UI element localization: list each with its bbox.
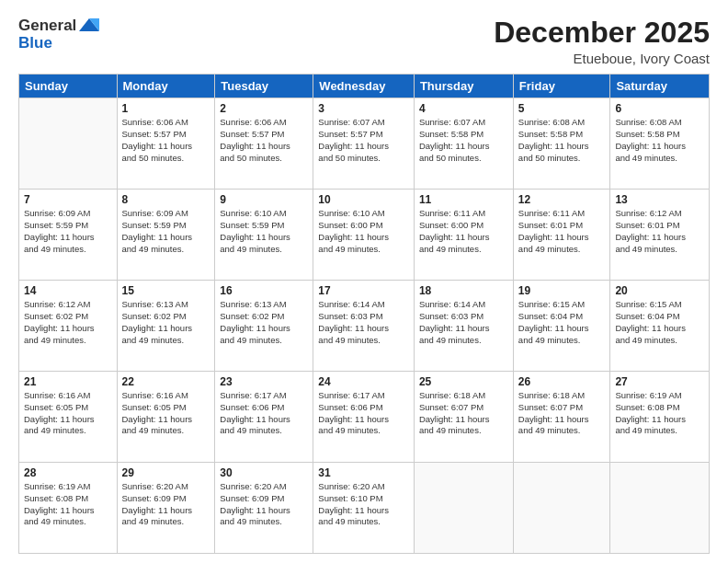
calendar-cell: 28Sunrise: 6:19 AM Sunset: 6:08 PM Dayli…: [19, 463, 118, 554]
calendar-cell: 8Sunrise: 6:09 AM Sunset: 5:59 PM Daylig…: [117, 190, 215, 281]
day-number: 23: [220, 375, 308, 388]
day-info: Sunrise: 6:09 AM Sunset: 5:59 PM Dayligh…: [24, 208, 112, 255]
calendar-cell: [610, 463, 710, 554]
calendar-cell: 30Sunrise: 6:20 AM Sunset: 6:09 PM Dayli…: [215, 463, 313, 554]
day-info: Sunrise: 6:19 AM Sunset: 6:08 PM Dayligh…: [24, 481, 112, 528]
calendar-day-header: Thursday: [414, 75, 513, 98]
calendar-cell: 16Sunrise: 6:13 AM Sunset: 6:02 PM Dayli…: [215, 281, 313, 372]
calendar-day-header: Sunday: [19, 75, 118, 98]
calendar-cell: 11Sunrise: 6:11 AM Sunset: 6:00 PM Dayli…: [414, 190, 513, 281]
day-info: Sunrise: 6:20 AM Sunset: 6:09 PM Dayligh…: [122, 481, 210, 528]
calendar-week-row: 28Sunrise: 6:19 AM Sunset: 6:08 PM Dayli…: [19, 463, 710, 554]
logo-icon: [79, 15, 99, 35]
page: General Blue December 2025 Etueboue, Ivo…: [0, 0, 728, 563]
calendar-cell: 31Sunrise: 6:20 AM Sunset: 6:10 PM Dayli…: [313, 463, 415, 554]
day-info: Sunrise: 6:17 AM Sunset: 6:06 PM Dayligh…: [318, 390, 409, 437]
month-title: December 2025: [494, 17, 710, 49]
day-info: Sunrise: 6:19 AM Sunset: 6:08 PM Dayligh…: [615, 390, 704, 437]
calendar-cell: 1Sunrise: 6:06 AM Sunset: 5:57 PM Daylig…: [117, 98, 215, 190]
calendar-cell: 7Sunrise: 6:09 AM Sunset: 5:59 PM Daylig…: [19, 190, 118, 281]
day-number: 12: [518, 193, 606, 206]
day-number: 2: [220, 102, 308, 115]
day-info: Sunrise: 6:15 AM Sunset: 6:04 PM Dayligh…: [518, 299, 606, 346]
day-info: Sunrise: 6:15 AM Sunset: 6:04 PM Dayligh…: [615, 299, 704, 346]
day-info: Sunrise: 6:06 AM Sunset: 5:57 PM Dayligh…: [122, 117, 210, 164]
day-number: 15: [122, 284, 210, 297]
calendar-cell: 9Sunrise: 6:10 AM Sunset: 5:59 PM Daylig…: [215, 190, 313, 281]
calendar-cell: 22Sunrise: 6:16 AM Sunset: 6:05 PM Dayli…: [117, 372, 215, 463]
day-info: Sunrise: 6:17 AM Sunset: 6:06 PM Dayligh…: [220, 390, 308, 437]
day-info: Sunrise: 6:14 AM Sunset: 6:03 PM Dayligh…: [419, 299, 508, 346]
calendar-cell: 17Sunrise: 6:14 AM Sunset: 6:03 PM Dayli…: [313, 281, 415, 372]
day-number: 8: [122, 193, 210, 206]
day-info: Sunrise: 6:12 AM Sunset: 6:02 PM Dayligh…: [24, 299, 112, 346]
day-number: 9: [220, 193, 308, 206]
logo-text: General Blue: [18, 17, 99, 52]
calendar-cell: 3Sunrise: 6:07 AM Sunset: 5:57 PM Daylig…: [313, 98, 415, 190]
day-number: 29: [122, 466, 210, 479]
day-number: 24: [318, 375, 409, 388]
day-number: 17: [318, 284, 409, 297]
logo: General Blue: [18, 17, 99, 52]
calendar-cell: 10Sunrise: 6:10 AM Sunset: 6:00 PM Dayli…: [313, 190, 415, 281]
calendar-cell: 2Sunrise: 6:06 AM Sunset: 5:57 PM Daylig…: [215, 98, 313, 190]
day-info: Sunrise: 6:09 AM Sunset: 5:59 PM Dayligh…: [122, 208, 210, 255]
calendar-week-row: 7Sunrise: 6:09 AM Sunset: 5:59 PM Daylig…: [19, 190, 710, 281]
calendar-cell: 25Sunrise: 6:18 AM Sunset: 6:07 PM Dayli…: [414, 372, 513, 463]
calendar-day-header: Wednesday: [313, 75, 415, 98]
day-number: 10: [318, 193, 409, 206]
logo-blue: Blue: [18, 35, 99, 52]
calendar-day-header: Friday: [513, 75, 610, 98]
day-info: Sunrise: 6:06 AM Sunset: 5:57 PM Dayligh…: [220, 117, 308, 164]
calendar-cell: 12Sunrise: 6:11 AM Sunset: 6:01 PM Dayli…: [513, 190, 610, 281]
logo-general: General: [18, 17, 76, 35]
day-number: 31: [318, 466, 409, 479]
day-info: Sunrise: 6:18 AM Sunset: 6:07 PM Dayligh…: [518, 390, 606, 437]
day-number: 18: [419, 284, 508, 297]
day-number: 4: [419, 102, 508, 115]
calendar-cell: 20Sunrise: 6:15 AM Sunset: 6:04 PM Dayli…: [610, 281, 710, 372]
day-number: 25: [419, 375, 508, 388]
calendar-cell: 15Sunrise: 6:13 AM Sunset: 6:02 PM Dayli…: [117, 281, 215, 372]
day-info: Sunrise: 6:13 AM Sunset: 6:02 PM Dayligh…: [122, 299, 210, 346]
day-info: Sunrise: 6:16 AM Sunset: 6:05 PM Dayligh…: [24, 390, 112, 437]
day-info: Sunrise: 6:10 AM Sunset: 5:59 PM Dayligh…: [220, 208, 308, 255]
calendar-cell: 14Sunrise: 6:12 AM Sunset: 6:02 PM Dayli…: [19, 281, 118, 372]
day-number: 3: [318, 102, 409, 115]
calendar-day-header: Saturday: [610, 75, 710, 98]
day-info: Sunrise: 6:12 AM Sunset: 6:01 PM Dayligh…: [615, 208, 704, 255]
day-number: 19: [518, 284, 606, 297]
calendar-cell: 5Sunrise: 6:08 AM Sunset: 5:58 PM Daylig…: [513, 98, 610, 190]
day-number: 5: [518, 102, 606, 115]
day-info: Sunrise: 6:11 AM Sunset: 6:00 PM Dayligh…: [419, 208, 508, 255]
calendar-cell: 13Sunrise: 6:12 AM Sunset: 6:01 PM Dayli…: [610, 190, 710, 281]
location-subtitle: Etueboue, Ivory Coast: [494, 51, 710, 66]
calendar-week-row: 21Sunrise: 6:16 AM Sunset: 6:05 PM Dayli…: [19, 372, 710, 463]
calendar-cell: 23Sunrise: 6:17 AM Sunset: 6:06 PM Dayli…: [215, 372, 313, 463]
day-info: Sunrise: 6:11 AM Sunset: 6:01 PM Dayligh…: [518, 208, 606, 255]
day-number: 22: [122, 375, 210, 388]
day-info: Sunrise: 6:14 AM Sunset: 6:03 PM Dayligh…: [318, 299, 409, 346]
header: General Blue December 2025 Etueboue, Ivo…: [18, 17, 710, 66]
calendar-week-row: 14Sunrise: 6:12 AM Sunset: 6:02 PM Dayli…: [19, 281, 710, 372]
day-number: 21: [24, 375, 112, 388]
calendar-table: SundayMondayTuesdayWednesdayThursdayFrid…: [18, 74, 710, 554]
day-info: Sunrise: 6:07 AM Sunset: 5:57 PM Dayligh…: [318, 117, 409, 164]
calendar-cell: 29Sunrise: 6:20 AM Sunset: 6:09 PM Dayli…: [117, 463, 215, 554]
calendar-cell: 6Sunrise: 6:08 AM Sunset: 5:58 PM Daylig…: [610, 98, 710, 190]
day-info: Sunrise: 6:10 AM Sunset: 6:00 PM Dayligh…: [318, 208, 409, 255]
day-number: 6: [615, 102, 704, 115]
day-info: Sunrise: 6:20 AM Sunset: 6:10 PM Dayligh…: [318, 481, 409, 528]
day-number: 28: [24, 466, 112, 479]
day-info: Sunrise: 6:07 AM Sunset: 5:58 PM Dayligh…: [419, 117, 508, 164]
calendar-header-row: SundayMondayTuesdayWednesdayThursdayFrid…: [19, 75, 710, 98]
day-number: 7: [24, 193, 112, 206]
day-number: 1: [122, 102, 210, 115]
day-info: Sunrise: 6:08 AM Sunset: 5:58 PM Dayligh…: [518, 117, 606, 164]
calendar-cell: [19, 98, 118, 190]
day-info: Sunrise: 6:08 AM Sunset: 5:58 PM Dayligh…: [615, 117, 704, 164]
calendar-cell: 21Sunrise: 6:16 AM Sunset: 6:05 PM Dayli…: [19, 372, 118, 463]
day-number: 30: [220, 466, 308, 479]
day-number: 20: [615, 284, 704, 297]
calendar-day-header: Monday: [117, 75, 215, 98]
